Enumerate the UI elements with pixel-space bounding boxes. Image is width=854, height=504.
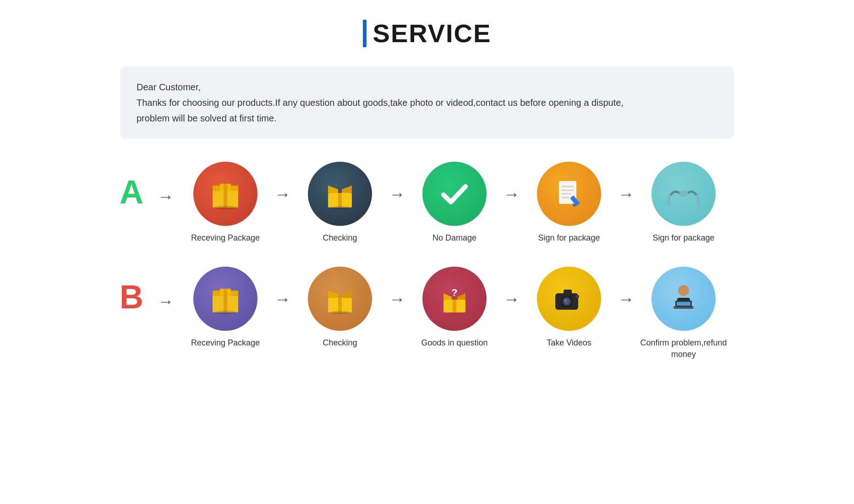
svg-rect-39 [575,295,579,298]
page-title-section: SERVICE [363,18,492,48]
step-b5: Confirm problem,refund money [638,267,729,360]
step-b1-icon [193,267,257,331]
svg-point-17 [679,191,688,197]
arrow-a-1: → [271,185,294,204]
svg-rect-34 [564,290,572,294]
step-a2-label: Checking [323,232,357,244]
svg-rect-3 [224,184,227,208]
notice-box: Dear Customer, Thanks for choosing our p… [120,66,734,139]
step-b4: Take Videos [523,267,615,349]
step-a2-icon [308,162,372,226]
step-a5-label: Sign for package [652,232,714,244]
step-b3: ? Goods in question [409,267,500,349]
step-b3-label: Goods in question [421,337,487,349]
step-a1-icon [193,162,257,226]
step-b2: Checking [294,267,386,349]
arrow-a-2: → [386,185,409,204]
step-b1: Receving Package [180,267,271,349]
svg-point-38 [564,299,566,301]
svg-rect-8 [338,193,342,208]
step-b5-label: Confirm problem,refund money [638,337,729,360]
notice-line1: Dear Customer, [137,79,717,95]
svg-point-27 [330,311,350,314]
arrow-b-2: → [386,290,409,309]
notice-line3: problem will be solved at first time. [137,110,717,126]
page-title: SERVICE [373,18,492,48]
step-b2-icon [308,267,372,331]
flow-row-b: B → Receving Package → [111,267,743,360]
step-a3: No Damage [409,162,500,244]
arrow-a-start: → [152,187,180,206]
svg-marker-24 [328,290,338,298]
svg-marker-30 [443,293,452,300]
svg-rect-29 [453,300,456,312]
step-a1-label: Receving Package [191,232,260,244]
title-accent-bar [363,20,367,47]
step-a5-icon [651,162,716,226]
svg-marker-6 [328,186,338,193]
step-b1-label: Receving Package [191,337,260,349]
step-a4-label: Sign for package [538,232,600,244]
row-letter-a: A [111,175,152,208]
step-a4: Sign for package [523,162,615,244]
svg-marker-25 [342,290,352,298]
arrow-a-4: → [615,185,638,204]
svg-text:?: ? [451,287,457,298]
arrow-b-1: → [271,290,294,309]
step-a3-label: No Damage [432,232,476,244]
arrow-a-3: → [500,185,523,204]
svg-marker-31 [457,293,465,300]
svg-point-40 [678,285,689,296]
arrow-b-4: → [615,290,638,309]
svg-rect-21 [224,289,227,312]
svg-point-22 [214,311,236,314]
notice-line2: Thanks for choosing our products.If any … [137,95,717,110]
step-a4-icon [537,162,601,226]
step-a3-icon [422,162,487,226]
arrow-b-3: → [500,290,523,309]
arrow-b-start: → [152,292,180,311]
svg-rect-26 [338,298,342,312]
step-b4-label: Take Videos [547,337,591,349]
step-b3-icon: ? [422,267,487,331]
step-b4-icon [537,267,601,331]
step-b5-icon [651,267,716,331]
svg-marker-7 [342,186,352,193]
row-letter-b: B [111,280,152,313]
flow-row-a: A → Receving Package → [111,162,743,244]
svg-rect-44 [677,302,690,306]
step-b2-label: Checking [323,337,357,349]
step-a1: Receving Package [180,162,271,244]
step-a5: Sign for package [638,162,729,244]
svg-point-4 [214,206,236,209]
step-a2: Checking [294,162,386,244]
svg-point-9 [330,206,350,209]
